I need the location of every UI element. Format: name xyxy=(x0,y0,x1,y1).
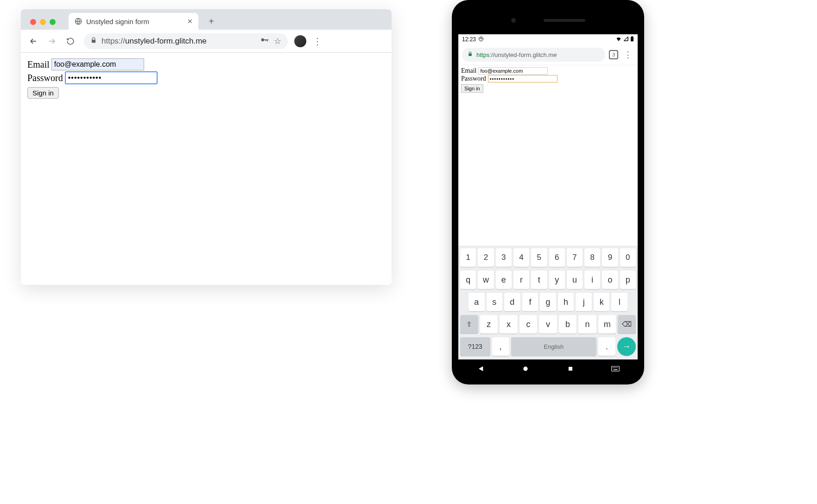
key-f[interactable]: f xyxy=(522,293,538,311)
phone-screen: 12:23 xyxy=(458,34,638,359)
key-8[interactable]: 8 xyxy=(584,248,600,267)
wifi-icon xyxy=(615,36,622,44)
svg-rect-9 xyxy=(569,367,572,371)
svg-rect-11 xyxy=(613,367,614,368)
key-w[interactable]: w xyxy=(478,271,494,289)
tab-strip: Unstyled signin form ✕ + xyxy=(21,9,392,30)
enter-key[interactable]: → xyxy=(617,337,636,356)
password-label: Password xyxy=(27,73,63,83)
key-n[interactable]: n xyxy=(578,315,596,334)
password-field[interactable] xyxy=(65,71,158,84)
key-y[interactable]: y xyxy=(549,271,565,289)
signin-button[interactable]: Sign in xyxy=(27,87,59,99)
back-button[interactable] xyxy=(25,33,41,49)
key-j[interactable]: j xyxy=(576,293,592,311)
key-7[interactable]: 7 xyxy=(567,248,583,267)
svg-rect-13 xyxy=(615,367,616,368)
key-h[interactable]: h xyxy=(558,293,574,311)
page-content: Email Password Sign in xyxy=(21,53,392,285)
browser-tab[interactable]: Unstyled signin form ✕ xyxy=(69,13,198,30)
password-key-icon[interactable] xyxy=(260,35,269,47)
key-i[interactable]: i xyxy=(584,271,600,289)
nav-home-button[interactable] xyxy=(520,364,531,374)
email-field[interactable] xyxy=(51,58,144,70)
lock-icon xyxy=(90,37,97,45)
window-minimize-button[interactable] xyxy=(40,19,46,25)
spacebar-key[interactable]: English xyxy=(511,337,597,356)
key-g[interactable]: g xyxy=(540,293,556,311)
key-e[interactable]: e xyxy=(496,271,512,289)
browser-menu-button[interactable]: ⋮ xyxy=(313,36,322,47)
url-scheme: https xyxy=(476,51,489,58)
signal-icon xyxy=(623,36,629,43)
svg-rect-4 xyxy=(266,39,266,41)
desktop-browser-window: Unstyled signin form ✕ + https://unstyle… xyxy=(21,9,392,285)
key-q[interactable]: q xyxy=(460,271,476,289)
key-r[interactable]: r xyxy=(513,271,529,289)
mobile-url-text: https://unstyled-form.glitch.me xyxy=(476,51,557,58)
key-1[interactable]: 1 xyxy=(460,248,476,267)
mobile-page-content: Email Password Sign in xyxy=(458,65,638,246)
forward-button[interactable] xyxy=(44,33,60,49)
key-2[interactable]: 2 xyxy=(478,248,494,267)
key-t[interactable]: t xyxy=(531,271,547,289)
tab-close-button[interactable]: ✕ xyxy=(187,18,193,25)
svg-rect-10 xyxy=(611,366,619,372)
bookmark-star-icon[interactable]: ☆ xyxy=(274,36,281,46)
key-x[interactable]: x xyxy=(500,315,518,334)
svg-point-1 xyxy=(261,38,265,42)
password-field[interactable] xyxy=(488,75,557,82)
svg-rect-14 xyxy=(617,367,618,368)
battery-icon xyxy=(630,36,634,43)
on-screen-keyboard: 1234567890 qwertyuiop asdfghjkl ⇧ zxcvbn… xyxy=(458,246,638,359)
phone-camera xyxy=(511,18,516,23)
nav-back-button[interactable] xyxy=(475,364,486,374)
period-key[interactable]: . xyxy=(598,337,615,356)
key-4[interactable]: 4 xyxy=(513,248,529,267)
profile-avatar[interactable] xyxy=(294,35,306,47)
comma-key[interactable]: , xyxy=(492,337,509,356)
reload-button[interactable] xyxy=(63,33,78,49)
mobile-toolbar: https://unstyled-form.glitch.me 3 ⋮ xyxy=(458,44,638,65)
backspace-key[interactable]: ⌫ xyxy=(618,315,636,334)
browser-toolbar: https://unstyled-form.glitch.me ☆ ⋮ xyxy=(21,30,392,53)
key-o[interactable]: o xyxy=(602,271,618,289)
new-tab-button[interactable]: + xyxy=(205,15,218,28)
mobile-address-bar[interactable]: https://unstyled-form.glitch.me xyxy=(462,48,605,62)
key-v[interactable]: v xyxy=(539,315,557,334)
signin-button[interactable]: Sign in xyxy=(461,84,483,93)
nav-keyboard-button[interactable] xyxy=(610,364,621,374)
key-6[interactable]: 6 xyxy=(549,248,565,267)
key-z[interactable]: z xyxy=(480,315,498,334)
lock-icon xyxy=(468,51,473,58)
status-bar: 12:23 xyxy=(458,34,638,44)
key-5[interactable]: 5 xyxy=(531,248,547,267)
key-c[interactable]: c xyxy=(519,315,538,334)
sync-icon xyxy=(478,36,484,43)
symbols-key[interactable]: ?123 xyxy=(460,337,490,356)
nav-recents-button[interactable] xyxy=(565,364,576,374)
key-p[interactable]: p xyxy=(620,271,636,289)
key-a[interactable]: a xyxy=(469,293,485,311)
phone-hardware-top xyxy=(458,6,638,34)
key-b[interactable]: b xyxy=(559,315,577,334)
key-s[interactable]: s xyxy=(487,293,503,311)
window-close-button[interactable] xyxy=(30,19,36,25)
key-u[interactable]: u xyxy=(567,271,583,289)
email-label: Email xyxy=(461,67,476,75)
url-scheme: https:// xyxy=(101,37,125,45)
key-d[interactable]: d xyxy=(504,293,520,311)
shift-key[interactable]: ⇧ xyxy=(460,315,478,334)
address-bar[interactable]: https://unstyled-form.glitch.me ☆ xyxy=(84,33,288,49)
key-k[interactable]: k xyxy=(594,293,610,311)
key-3[interactable]: 3 xyxy=(496,248,512,267)
key-0[interactable]: 0 xyxy=(620,248,636,267)
key-9[interactable]: 9 xyxy=(602,248,618,267)
key-l[interactable]: l xyxy=(611,293,627,311)
key-m[interactable]: m xyxy=(598,315,616,334)
mobile-menu-button[interactable]: ⋮ xyxy=(622,50,634,60)
email-label: Email xyxy=(27,59,50,70)
email-field[interactable] xyxy=(478,67,548,75)
tab-switcher-button[interactable]: 3 xyxy=(609,50,618,59)
window-maximize-button[interactable] xyxy=(50,19,56,25)
